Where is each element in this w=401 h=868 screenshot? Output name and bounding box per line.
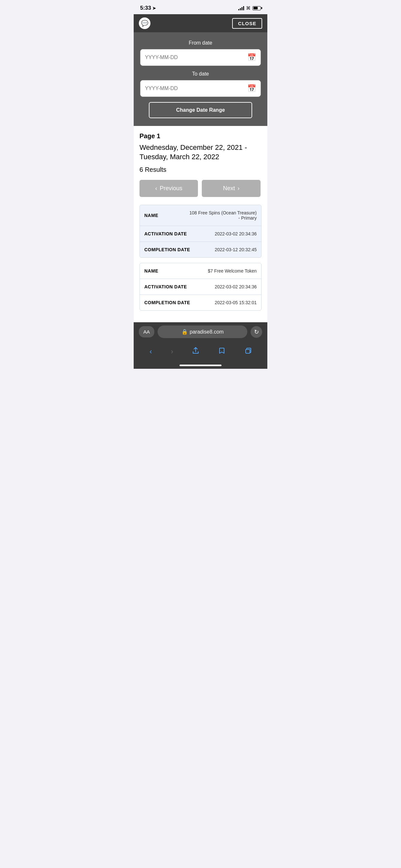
pagination: ‹ Previous Next › bbox=[140, 180, 261, 197]
forward-button[interactable]: › bbox=[169, 345, 175, 358]
page-title: Page 1 bbox=[140, 132, 261, 140]
from-date-wrapper[interactable]: 📅 bbox=[140, 49, 261, 66]
to-date-input[interactable] bbox=[145, 86, 247, 91]
previous-button[interactable]: ‹ Previous bbox=[140, 180, 198, 197]
battery-icon bbox=[252, 6, 261, 10]
record-completion-row: COMPLETION DATE 2022-03-05 15:32:01 bbox=[140, 295, 261, 310]
to-date-label: To date bbox=[140, 71, 261, 77]
activation-date-value: 2022-03-02 20:34:36 bbox=[215, 284, 257, 289]
from-date-calendar-icon[interactable]: 📅 bbox=[247, 53, 256, 62]
activation-date-value: 2022-03-02 20:34:36 bbox=[215, 231, 257, 237]
back-button[interactable]: ‹ bbox=[148, 345, 154, 358]
name-value: 108 Free Spins (Ocean Treasure) - Primar… bbox=[189, 210, 257, 221]
completion-date-value: 2022-03-05 15:32:01 bbox=[215, 300, 257, 305]
svg-rect-0 bbox=[246, 349, 250, 353]
wifi-icon: ⌘ bbox=[246, 5, 251, 11]
completion-date-label: COMPLETION DATE bbox=[144, 247, 190, 252]
record-name-row: NAME 108 Free Spins (Ocean Treasure) - P… bbox=[140, 205, 261, 226]
home-indicator bbox=[134, 365, 267, 369]
from-date-input[interactable] bbox=[145, 55, 247, 60]
url-bar[interactable]: 🔒 paradise8.com bbox=[158, 326, 247, 338]
tabs-button[interactable] bbox=[243, 345, 253, 358]
prev-chevron-icon: ‹ bbox=[155, 185, 157, 192]
completion-date-value: 2022-03-12 20:32:45 bbox=[215, 247, 257, 252]
status-time: 5:33 ➤ bbox=[140, 5, 156, 11]
location-icon: ➤ bbox=[152, 6, 156, 11]
records-container: NAME 108 Free Spins (Ocean Treasure) - P… bbox=[140, 205, 261, 311]
url-text: paradise8.com bbox=[190, 329, 224, 335]
chat-icon[interactable] bbox=[139, 18, 150, 29]
previous-label: Previous bbox=[160, 185, 182, 192]
record-completion-row: COMPLETION DATE 2022-03-12 20:32:45 bbox=[140, 242, 261, 257]
bottom-nav: ‹ › bbox=[134, 341, 267, 365]
browser-bar: AA 🔒 paradise8.com ↻ bbox=[134, 322, 267, 341]
close-button[interactable]: CLOSE bbox=[232, 18, 262, 29]
aa-text[interactable]: AA bbox=[139, 326, 154, 337]
status-icons: ⌘ bbox=[238, 5, 261, 11]
record-name-row: NAME $7 Free Welcome Token bbox=[140, 263, 261, 279]
date-filter-section: From date 📅 To date 📅 Change Date Range bbox=[134, 32, 267, 126]
share-button[interactable] bbox=[190, 345, 201, 358]
record-activation-row: ACTIVATION DATE 2022-03-02 20:34:36 bbox=[140, 226, 261, 242]
record-activation-row: ACTIVATION DATE 2022-03-02 20:34:36 bbox=[140, 279, 261, 295]
home-bar bbox=[180, 365, 221, 366]
activation-date-label: ACTIVATION DATE bbox=[144, 284, 187, 289]
to-date-wrapper[interactable]: 📅 bbox=[140, 80, 261, 97]
bonus-record-1: NAME $7 Free Welcome Token ACTIVATION DA… bbox=[140, 263, 261, 311]
next-button[interactable]: Next › bbox=[202, 180, 260, 197]
reload-icon[interactable]: ↻ bbox=[251, 326, 262, 338]
name-value: $7 Free Welcome Token bbox=[208, 268, 257, 274]
name-label: NAME bbox=[144, 268, 158, 274]
activation-date-label: ACTIVATION DATE bbox=[144, 231, 187, 237]
status-bar: 5:33 ➤ ⌘ bbox=[134, 0, 267, 14]
lock-icon: 🔒 bbox=[181, 329, 188, 335]
nav-bar: CLOSE bbox=[134, 14, 267, 32]
bonus-record-0: NAME 108 Free Spins (Ocean Treasure) - P… bbox=[140, 205, 261, 258]
time-display: 5:33 bbox=[140, 5, 151, 11]
change-date-range-button[interactable]: Change Date Range bbox=[149, 102, 252, 118]
next-chevron-icon: › bbox=[238, 185, 240, 192]
to-date-calendar-icon[interactable]: 📅 bbox=[247, 84, 256, 93]
results-count: 6 Results bbox=[140, 166, 261, 174]
name-label: NAME bbox=[144, 213, 158, 218]
main-content: Page 1 Wednesday, December 22, 2021 - Tu… bbox=[134, 126, 267, 322]
signal-icon bbox=[238, 6, 244, 10]
bookmarks-button[interactable] bbox=[216, 345, 227, 358]
from-date-label: From date bbox=[140, 40, 261, 46]
completion-date-label: COMPLETION DATE bbox=[144, 300, 190, 305]
date-range-text: Wednesday, December 22, 2021 - Tuesday, … bbox=[140, 143, 261, 161]
next-label: Next bbox=[223, 185, 235, 192]
